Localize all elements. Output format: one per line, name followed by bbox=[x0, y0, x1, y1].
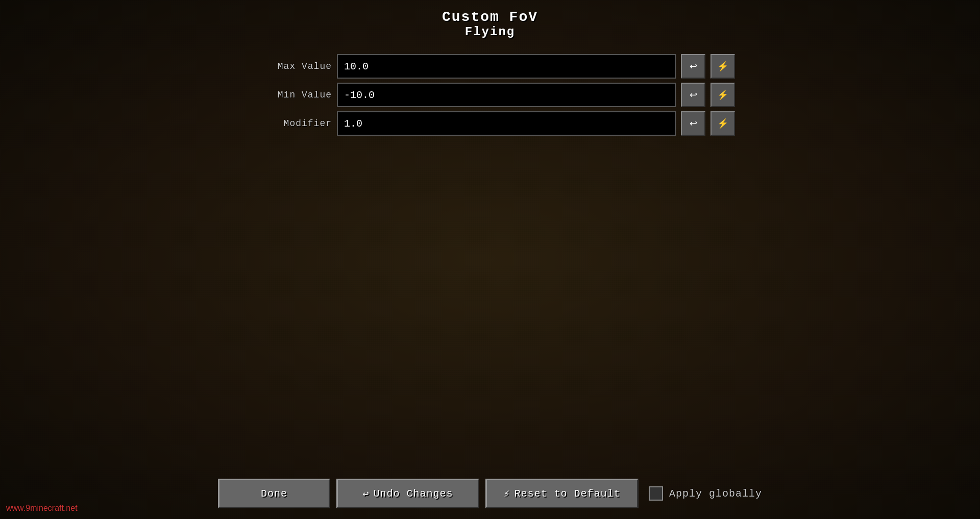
done-label: Done bbox=[261, 488, 287, 500]
max-value-label: Max Value bbox=[245, 61, 332, 71]
min-value-row: Min Value ↩ ⚡ bbox=[245, 83, 735, 107]
reset-label: Reset to Default bbox=[514, 488, 620, 500]
apply-globally-checkbox[interactable] bbox=[649, 486, 663, 501]
undo-changes-button[interactable]: ↩ Undo Changes bbox=[336, 479, 479, 508]
done-button[interactable]: Done bbox=[218, 479, 330, 508]
min-value-reset-button[interactable]: ⚡ bbox=[710, 83, 735, 107]
modifier-undo-button[interactable]: ↩ bbox=[681, 111, 705, 136]
min-value-label: Min Value bbox=[245, 90, 332, 100]
bottom-bar: Done ↩ Undo Changes ⚡ Reset to Default A… bbox=[0, 468, 980, 519]
modifier-input[interactable] bbox=[337, 111, 676, 136]
undo-label: Undo Changes bbox=[373, 488, 453, 500]
modifier-label: Modifier bbox=[245, 118, 332, 129]
max-value-input[interactable] bbox=[337, 54, 676, 79]
page-title: Custom FoV bbox=[442, 9, 538, 25]
modifier-reset-button[interactable]: ⚡ bbox=[710, 111, 735, 136]
watermark: www.9minecraft.net bbox=[6, 504, 78, 513]
reset-icon: ⚡ bbox=[503, 487, 510, 500]
max-value-undo-button[interactable]: ↩ bbox=[681, 54, 705, 79]
page-container: Custom FoV Flying Max Value ↩ ⚡ Min Valu… bbox=[0, 0, 980, 519]
reset-to-default-button[interactable]: ⚡ Reset to Default bbox=[485, 479, 639, 508]
main-content: Max Value ↩ ⚡ Min Value ↩ ⚡ Modifier ↩ ⚡ bbox=[0, 39, 980, 468]
min-value-undo-button[interactable]: ↩ bbox=[681, 83, 705, 107]
undo-icon: ↩ bbox=[362, 487, 369, 500]
max-value-row: Max Value ↩ ⚡ bbox=[245, 54, 735, 79]
page-subtitle: Flying bbox=[442, 25, 538, 39]
header: Custom FoV Flying bbox=[442, 9, 538, 39]
min-value-input[interactable] bbox=[337, 83, 676, 107]
max-value-reset-button[interactable]: ⚡ bbox=[710, 54, 735, 79]
modifier-row: Modifier ↩ ⚡ bbox=[245, 111, 735, 136]
apply-globally-area: Apply globally bbox=[649, 486, 762, 501]
apply-globally-label[interactable]: Apply globally bbox=[669, 488, 762, 500]
settings-area: Max Value ↩ ⚡ Min Value ↩ ⚡ Modifier ↩ ⚡ bbox=[245, 54, 735, 136]
